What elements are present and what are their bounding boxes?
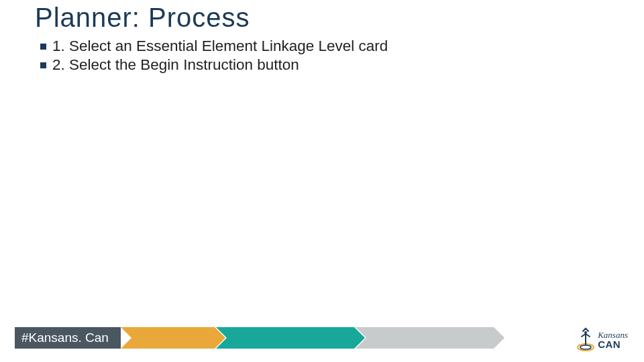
- footer-band: #Kansans. Can: [15, 327, 517, 349]
- logo-text: Kansans CAN: [598, 330, 628, 349]
- slide: Planner: Process 1. Select an Essential …: [0, 0, 644, 362]
- svg-marker-0: [121, 327, 225, 349]
- bullet-text: 1. Select an Essential Element Linkage L…: [52, 38, 388, 55]
- svg-marker-1: [216, 327, 365, 349]
- list-item: 1. Select an Essential Element Linkage L…: [40, 38, 388, 55]
- svg-point-5: [584, 331, 587, 334]
- kansans-can-logo: Kansans CAN: [576, 327, 628, 353]
- chevron-strip-icon: [121, 327, 517, 349]
- list-item: 2. Select the Begin Instruction button: [40, 56, 388, 74]
- logo-text-bottom: CAN: [598, 339, 628, 349]
- bullet-icon: [40, 62, 46, 68]
- bullet-text: 2. Select the Begin Instruction button: [52, 56, 299, 74]
- slide-title: Planner: Process: [35, 3, 250, 33]
- hashtag-label: #Kansans. Can: [15, 327, 121, 349]
- svg-marker-2: [356, 327, 504, 349]
- svg-point-4: [580, 345, 591, 349]
- logo-mark-icon: [576, 327, 595, 353]
- bullet-icon: [40, 44, 46, 50]
- bullet-list: 1. Select an Essential Element Linkage L…: [40, 38, 388, 75]
